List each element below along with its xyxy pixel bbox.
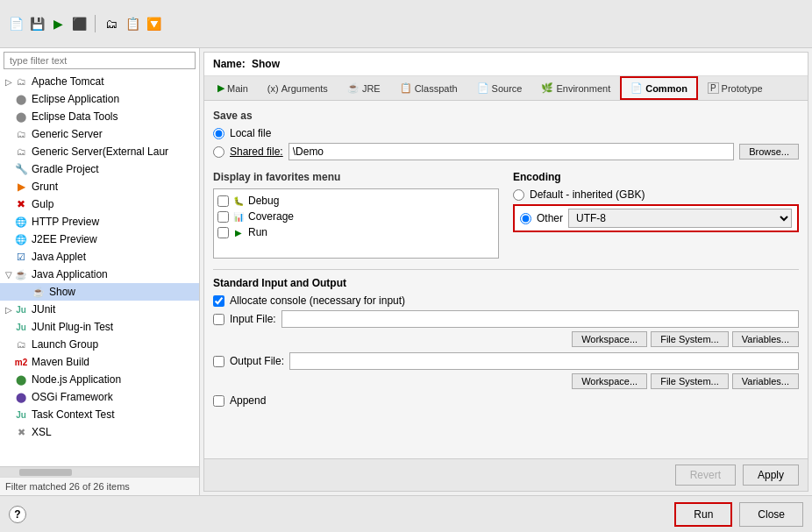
new-icon[interactable]: 📄 <box>7 15 25 32</box>
fav-run-checkbox[interactable] <box>217 227 229 238</box>
output-file-checkbox-row: Output File: <box>213 352 799 370</box>
encoding-default-radio[interactable] <box>513 189 524 201</box>
output-file-input[interactable] <box>289 352 799 370</box>
encoding-select[interactable]: UTF-8 UTF-16 ISO-8859-1 <box>568 209 792 228</box>
server-icon: 🗂 <box>14 74 28 89</box>
input-filesystem-button[interactable]: File System... <box>651 331 729 347</box>
duplicate-icon[interactable]: 📋 <box>124 15 141 32</box>
sidebar-item-grunt[interactable]: ▶ Grunt <box>0 178 199 195</box>
sidebar-item-generic-server[interactable]: 🗂 Generic Server <box>0 125 199 143</box>
expand-arrow-java-app: ▽ <box>4 270 14 280</box>
fav-debug-checkbox[interactable] <box>217 195 229 207</box>
output-file-buttons: Workspace... File System... Variables... <box>213 373 799 389</box>
tab-classpath[interactable]: 📋 Classpath <box>390 77 467 99</box>
sidebar-item-eclipse-data[interactable]: ⬤ Eclipse Data Tools <box>0 108 199 125</box>
env-tab-icon: 🌿 <box>541 82 553 94</box>
sidebar-item-gulp[interactable]: ✖ Gulp <box>0 195 199 213</box>
tab-main[interactable]: ▶ Main <box>208 77 258 99</box>
local-file-radio[interactable] <box>213 128 224 139</box>
sidebar-scrollbar-horizontal[interactable] <box>0 466 199 477</box>
append-checkbox[interactable] <box>213 395 224 407</box>
apply-button[interactable]: Apply <box>743 465 799 486</box>
sidebar-item-junit[interactable]: ▷ Ju JUnit <box>0 301 199 318</box>
output-workspace-button[interactable]: Workspace... <box>572 373 647 389</box>
fav-coverage-checkbox[interactable] <box>217 211 229 223</box>
sidebar-item-osgi[interactable]: ⬤ OSGi Framework <box>0 388 199 406</box>
sidebar-item-show[interactable]: ☕ Show <box>0 283 199 301</box>
stop-icon[interactable]: ⬛ <box>70 15 88 32</box>
sidebar-item-xsl[interactable]: ✖ XSL <box>0 423 199 441</box>
tab-common[interactable]: 📄 Common <box>620 76 698 100</box>
common-tab-label: Common <box>645 83 687 94</box>
shared-file-radio[interactable] <box>213 146 224 158</box>
save-icon[interactable]: 💾 <box>28 15 46 32</box>
run-button[interactable]: Run <box>674 502 732 527</box>
sidebar-label-osgi: OSGi Framework <box>32 391 113 403</box>
debug-fav-icon: 🐛 <box>232 195 245 207</box>
revert-button[interactable]: Revert <box>675 465 736 486</box>
tab-jre[interactable]: ☕ JRE <box>338 77 390 99</box>
sidebar-label-maven: Maven Build <box>32 356 89 368</box>
sidebar-item-launch-group[interactable]: 🗂 Launch Group <box>0 336 199 353</box>
shared-file-input[interactable] <box>288 143 734 160</box>
sidebar-item-task-context[interactable]: Ju Task Context Test <box>0 406 199 423</box>
gradle-icon: 🔧 <box>14 162 28 176</box>
classpath-tab-label: Classpath <box>415 83 458 94</box>
append-row: Append <box>213 394 799 407</box>
sidebar-item-gradle[interactable]: 🔧 Gradle Project <box>0 160 199 178</box>
env-tab-label: Environment <box>556 83 610 94</box>
tab-prototype[interactable]: P Prototype <box>698 77 773 99</box>
sidebar-item-eclipse-app[interactable]: ⬤ Eclipse Application <box>0 90 199 108</box>
input-file-checkbox-row: Input File: <box>213 310 799 328</box>
sidebar-tree: ▷ 🗂 Apache Tomcat ⬤ Eclipse Application … <box>0 73 199 466</box>
sidebar-item-java-applet[interactable]: ☑ Java Applet <box>0 248 199 266</box>
sidebar-label-eclipse-app: Eclipse Application <box>32 93 119 105</box>
sidebar-search <box>4 52 196 69</box>
sidebar-item-junit-plugin[interactable]: Ju JUnit Plug-in Test <box>0 318 199 336</box>
input-file-input[interactable] <box>281 310 799 328</box>
bottom-buttons: Run Close <box>674 502 803 527</box>
encoding-default-row: Default - inherited (GBK) <box>513 188 799 201</box>
j2ee-icon: 🌐 <box>14 232 28 246</box>
input-variables-button[interactable]: Variables... <box>732 331 799 347</box>
sidebar-item-nodejs[interactable]: ⬤ Node.js Application <box>0 371 199 388</box>
local-file-row: Local file <box>213 127 799 139</box>
encoding-other-radio[interactable] <box>520 213 531 224</box>
input-file-checkbox[interactable] <box>213 314 224 325</box>
allocate-console-checkbox[interactable] <box>213 295 224 307</box>
fav-run: ▶ Run <box>217 224 495 240</box>
args-tab-icon: (x) <box>267 83 279 94</box>
browse-button[interactable]: Browse... <box>739 144 799 160</box>
two-col-section: Display in favorites menu 🐛 Debug 📊 Cove… <box>213 171 799 259</box>
sidebar-label-apache-tomcat: Apache Tomcat <box>32 75 104 88</box>
scroll-thumb[interactable] <box>19 469 72 476</box>
sidebar-item-java-app[interactable]: ▽ ☕ Java Application <box>0 266 199 283</box>
output-variables-button[interactable]: Variables... <box>732 373 799 389</box>
tab-environment[interactable]: 🌿 Environment <box>531 77 620 99</box>
xsl-icon: ✖ <box>14 425 28 439</box>
sidebar-item-j2ee[interactable]: 🌐 J2EE Preview <box>0 231 199 248</box>
expand-arrow-junit: ▷ <box>4 305 14 315</box>
output-filesystem-button[interactable]: File System... <box>651 373 729 389</box>
sidebar-item-apache-tomcat[interactable]: ▷ 🗂 Apache Tomcat <box>0 73 199 90</box>
encoding-other-label: Other <box>537 212 563 224</box>
help-icon[interactable]: ? <box>9 506 26 523</box>
input-workspace-button[interactable]: Workspace... <box>572 331 647 347</box>
sidebar-item-http[interactable]: 🌐 HTTP Preview <box>0 213 199 231</box>
tab-source[interactable]: 📄 Source <box>467 77 532 99</box>
tab-arguments[interactable]: (x) Arguments <box>258 78 338 99</box>
fav-debug: 🐛 Debug <box>217 193 495 209</box>
stdio-title: Standard Input and Output <box>213 277 799 289</box>
allocate-console-label: Allocate console (necessary for input) <box>230 294 405 307</box>
close-button[interactable]: Close <box>739 502 803 527</box>
output-file-checkbox[interactable] <box>213 356 224 367</box>
eclipse-data-icon: ⬤ <box>14 110 28 124</box>
filter-icon[interactable]: 🔽 <box>145 15 162 32</box>
sidebar-item-generic-ext[interactable]: 🗂 Generic Server(External Laur <box>0 143 199 160</box>
http-icon: 🌐 <box>14 215 28 229</box>
sidebar-item-maven[interactable]: m2 Maven Build <box>0 353 199 371</box>
shared-file-row: Shared file: Browse... <box>213 143 799 160</box>
search-input[interactable] <box>4 52 196 69</box>
organize-icon[interactable]: 🗂 <box>103 15 120 32</box>
run-toolbar-icon[interactable]: ▶ <box>49 15 67 32</box>
